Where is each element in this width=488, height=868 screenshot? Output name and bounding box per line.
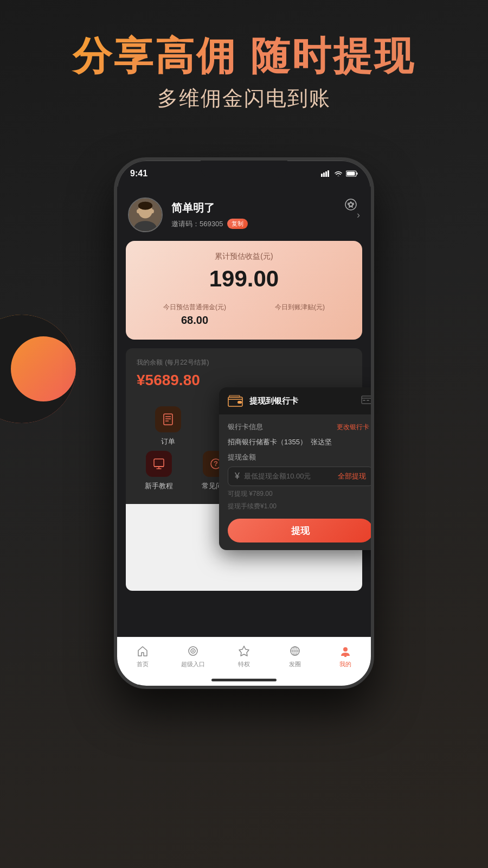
avatar[interactable] [128, 197, 163, 232]
nav-home-label: 首页 [137, 660, 149, 668]
earnings-total-amount: 199.00 [139, 266, 349, 292]
svg-rect-5 [357, 173, 358, 175]
nav-privilege[interactable]: 特权 [228, 644, 260, 668]
tutorial-icon [151, 456, 166, 471]
nav-super[interactable]: 超级入口 [177, 644, 209, 668]
hero-title: 分享高佣 随时提现 [0, 33, 488, 79]
copy-button[interactable]: 复制 [227, 219, 248, 229]
today-commission-label: 今日预估普通佣金(元) [163, 303, 226, 312]
settings-icon[interactable] [342, 195, 360, 214]
svg-rect-16 [164, 414, 172, 425]
bank-details: 招商银行储蓄卡（1355） 张达坚 [228, 437, 371, 447]
svg-rect-0 [321, 174, 323, 177]
menu-label-tutorial: 新手教程 [145, 481, 173, 491]
home-indicator [211, 679, 277, 681]
menu-label-order: 订单 [161, 437, 175, 446]
withdraw-all-button[interactable]: 全部提现 [338, 471, 366, 481]
svg-rect-46 [363, 400, 365, 401]
amount-placeholder-text: 最低提现金额10.00元 [244, 471, 333, 481]
svg-rect-24 [154, 459, 164, 467]
popup-tab-bank[interactable]: 提现到银行卡 [249, 396, 298, 406]
earnings-detail-row: 今日预估普通佣金(元) 68.00 今日到账津贴(元) [139, 303, 349, 327]
status-icons [321, 170, 358, 177]
svg-rect-43 [237, 401, 242, 404]
amount-label: 提现金额 [228, 452, 371, 462]
phone-content: 简单明了 邀请码：569305 复制 › 累计预估收益(元) 199.00 今 [117, 187, 371, 686]
svg-rect-1 [323, 173, 325, 177]
phone-mockup: 9:41 [114, 157, 374, 689]
balance-label: 我的余额 (每月22号结算) [137, 357, 351, 367]
order-icon-wrapper [155, 406, 181, 432]
super-icon [186, 644, 200, 658]
svg-point-14 [137, 209, 140, 214]
nav-home[interactable]: 首页 [126, 644, 159, 668]
svg-point-9 [345, 199, 356, 210]
svg-rect-2 [325, 171, 327, 177]
svg-rect-44 [362, 396, 371, 404]
fee-text: 提现手续费¥1.00 [228, 502, 371, 511]
svg-point-12 [138, 202, 152, 210]
balance-amount: ¥5689.80 [137, 372, 351, 389]
nav-mine-label: 我的 [339, 660, 351, 668]
profile-info: 简单明了 邀请码：569305 复制 [171, 201, 348, 229]
menu-item-order[interactable]: 订单 [146, 406, 190, 446]
profile-invite: 邀请码：569305 复制 [171, 219, 348, 229]
tutorial-icon-wrapper [146, 451, 172, 477]
invite-label: 邀请码：569305 [171, 219, 223, 229]
bank-info-label: 银行卡信息 [228, 422, 263, 432]
popup-tab-other[interactable] [361, 395, 371, 406]
status-time: 9:41 [130, 169, 147, 178]
hero-section: 分享高佣 随时提现 多维佣金闪电到账 [0, 33, 488, 112]
battery-icon [346, 170, 358, 177]
moments-icon [288, 644, 302, 658]
privilege-icon [237, 644, 251, 658]
nav-moments-label: 发圈 [289, 660, 301, 668]
bank-info-row: 银行卡信息 更改银行卡 › [228, 422, 371, 432]
order-icon [160, 412, 176, 427]
today-subsidy-label: 今日到账津贴(元) [275, 303, 325, 312]
profile-section: 简单明了 邀请码：569305 复制 › [117, 187, 371, 241]
wifi-icon [334, 170, 343, 177]
svg-rect-3 [328, 170, 329, 177]
available-amount-text: 可提现 ¥789.00 [228, 489, 371, 499]
svg-point-8 [349, 203, 352, 206]
amount-input[interactable]: ¥ 最低提现金额10.00元 全部提现 [228, 467, 371, 486]
menu-item-tutorial[interactable]: 新手教程 [137, 451, 181, 491]
signal-icon [321, 170, 331, 177]
currency-symbol: ¥ [235, 471, 240, 481]
withdrawal-popup: 提现到银行卡 银行卡信息 更改银行卡 › [219, 387, 371, 550]
svg-point-15 [151, 209, 154, 214]
today-commission-value: 68.00 [163, 314, 226, 327]
profile-name: 简单明了 [171, 201, 348, 215]
nav-mine[interactable]: 我的 [329, 644, 362, 668]
home-icon [136, 644, 150, 658]
earnings-total-label: 累计预估收益(元) [139, 252, 349, 261]
phone-frame: 9:41 [114, 157, 374, 689]
earnings-card: 累计预估收益(元) 199.00 今日预估普通佣金(元) 68.00 今日到账津… [126, 241, 362, 340]
today-subsidy: 今日到账津贴(元) [275, 303, 325, 327]
svg-point-35 [192, 650, 194, 652]
svg-rect-6 [347, 172, 355, 176]
phone-notch [201, 161, 287, 178]
today-commission: 今日预估普通佣金(元) 68.00 [163, 303, 226, 327]
popup-header: 提现到银行卡 [219, 387, 371, 414]
mine-icon [338, 644, 352, 658]
svg-rect-47 [367, 400, 369, 401]
wallet-icon [228, 395, 243, 407]
hero-subtitle: 多维佣金闪电到账 [0, 85, 488, 112]
change-bank-link[interactable]: 更改银行卡 › [337, 423, 371, 432]
svg-point-40 [343, 647, 348, 652]
nav-super-label: 超级入口 [181, 660, 205, 668]
withdraw-button[interactable]: 提现 [228, 519, 371, 542]
nav-privilege-label: 特权 [238, 660, 250, 668]
nav-moments[interactable]: 发圈 [279, 644, 311, 668]
popup-body: 银行卡信息 更改银行卡 › 招商银行储蓄卡（1355） 张达坚 提现金额 ¥ 最… [219, 414, 371, 550]
svg-text:?: ? [214, 459, 218, 468]
